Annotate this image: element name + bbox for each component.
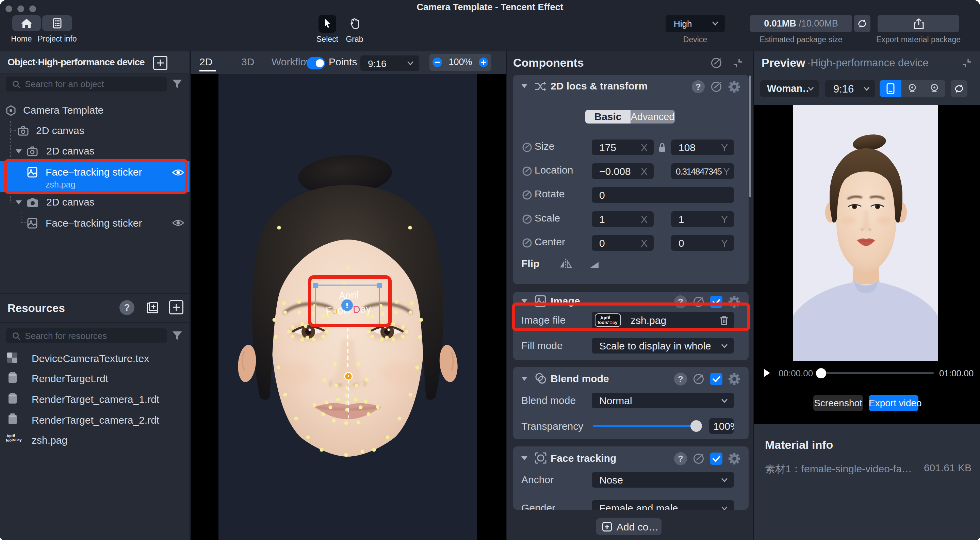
svg-text:April: April [339,289,359,301]
